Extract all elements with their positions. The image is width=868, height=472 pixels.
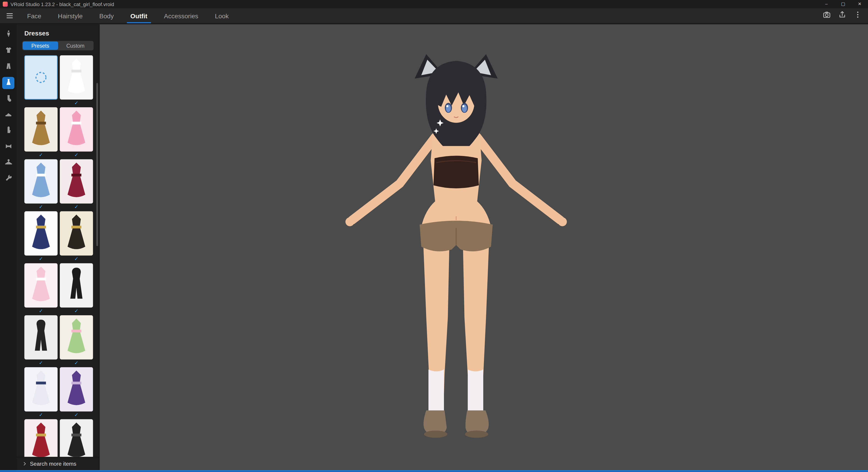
rail-item-hanger[interactable] — [2, 157, 14, 169]
checked-icon: ✓ — [74, 203, 79, 211]
preset-item: ✓ — [24, 419, 58, 457]
preset-black-gold-dress[interactable] — [60, 211, 93, 256]
preset-item: ✓ — [24, 367, 58, 419]
rail-item-mannequin[interactable] — [2, 29, 14, 41]
character-3d-model — [334, 52, 578, 439]
shoes-icon — [4, 110, 12, 120]
preset-fairy-dress[interactable] — [60, 315, 93, 360]
preset-blue-maid-dress[interactable] — [24, 159, 58, 203]
close-button[interactable]: ✕ — [851, 0, 868, 8]
gloves-icon — [4, 126, 12, 136]
preset-black-outfit[interactable] — [24, 315, 58, 360]
minimize-button[interactable]: – — [818, 0, 835, 8]
vroid-studio-window: VRoid Studio 1.23.2 - black_cat_girl_flo… — [0, 0, 868, 472]
rail-item-socks[interactable] — [2, 93, 14, 105]
export-button[interactable] — [836, 10, 848, 22]
preset-item: ✓ — [60, 367, 93, 419]
preset-gold-dress[interactable] — [24, 107, 58, 151]
custom-tab[interactable]: Custom — [58, 41, 93, 50]
3d-viewport[interactable] — [100, 24, 868, 470]
preset-item: ✓ — [60, 211, 93, 263]
preset-black-bodysuit[interactable] — [60, 263, 93, 308]
top-nav-bar: Face Hairstyle Body Outfit Accessories L… — [0, 8, 868, 24]
rail-item-bottoms[interactable] — [2, 61, 14, 73]
preset-item: ✓ — [24, 315, 58, 367]
rail-item-shoes[interactable] — [2, 109, 14, 121]
preset-red-ornate-dress[interactable] — [24, 419, 58, 457]
dresses-panel: Dresses Presets Custom ✓✓✓✓✓✓✓✓✓✓✓✓✓✓✓✓ … — [17, 24, 99, 470]
rail-item-onepiece-dress[interactable] — [2, 77, 14, 89]
bandeau-top — [434, 156, 479, 188]
rail-item-gloves[interactable] — [2, 125, 14, 137]
preset-item: ✓ — [60, 315, 93, 367]
preset-none[interactable] — [24, 55, 58, 100]
search-more-items-label: Search more items — [30, 461, 76, 467]
editor-tabs: Face Hairstyle Body Outfit Accessories L… — [19, 8, 237, 23]
preset-item: ✓ — [24, 211, 58, 263]
chevron-right-icon — [22, 461, 27, 466]
wrench-icon — [4, 174, 12, 184]
socks — [429, 369, 483, 411]
checked-icon: ✓ — [39, 203, 43, 211]
checked-icon: ✓ — [74, 360, 79, 367]
bottoms-icon — [4, 62, 12, 72]
tab-hairstyle[interactable]: Hairstyle — [50, 8, 91, 23]
preset-pale-pink-dress[interactable] — [24, 263, 58, 308]
presets-tab[interactable]: Presets — [23, 41, 58, 50]
mannequin-icon — [4, 30, 12, 40]
window-accent-bar — [0, 470, 868, 472]
rail-item-ribbon[interactable] — [2, 141, 14, 153]
preset-item: ✓ — [60, 107, 93, 159]
preset-white-navy-robe[interactable] — [24, 367, 58, 411]
onepiece-dress-icon — [4, 78, 12, 88]
checked-icon: ✓ — [74, 411, 79, 419]
preset-pink-frill-dress[interactable] — [60, 107, 93, 151]
preset-item: ✓ — [60, 419, 93, 457]
panel-title: Dresses — [17, 24, 99, 41]
preset-dark-red-gown[interactable] — [60, 159, 93, 203]
export-icon — [838, 11, 846, 21]
tab-accessories[interactable]: Accessories — [156, 8, 207, 23]
preset-item: ✓ — [24, 159, 58, 211]
camera-button[interactable] — [820, 10, 833, 22]
more-menu-button[interactable] — [851, 10, 864, 22]
rail-item-tops[interactable] — [2, 45, 14, 57]
loafers — [424, 410, 489, 438]
panel-scrollbar[interactable] — [96, 83, 98, 246]
preset-item: ✓ — [60, 55, 93, 107]
ribbon-icon — [4, 142, 12, 152]
presets-custom-switch: Presets Custom — [22, 41, 94, 50]
checked-icon: ✓ — [74, 100, 79, 107]
checked-icon: ✓ — [39, 308, 43, 315]
preset-purple-robe[interactable] — [60, 367, 93, 411]
search-more-items[interactable]: Search more items — [17, 457, 99, 470]
checked-icon: ✓ — [74, 308, 79, 315]
vroid-logo-icon — [3, 2, 8, 6]
preset-grid: ✓✓✓✓✓✓✓✓✓✓✓✓✓✓✓✓ — [24, 55, 99, 457]
checked-icon: ✓ — [74, 256, 79, 263]
preset-navy-gold-dress[interactable] — [24, 211, 58, 256]
outfit-category-rail — [0, 24, 17, 470]
preset-black-dress[interactable] — [60, 419, 93, 457]
rail-item-wrench[interactable] — [2, 173, 14, 186]
preset-item: ✓ — [60, 263, 93, 315]
hamburger-menu-button[interactable] — [0, 8, 19, 23]
left-hand — [345, 217, 354, 226]
window-controls: – ▢ ✕ — [818, 0, 868, 8]
socks-icon — [4, 94, 12, 104]
checked-icon: ✓ — [39, 411, 43, 419]
main-area: Dresses Presets Custom ✓✓✓✓✓✓✓✓✓✓✓✓✓✓✓✓ … — [0, 24, 868, 470]
shorts — [420, 221, 493, 251]
tops-icon — [4, 46, 12, 56]
tab-outfit[interactable]: Outfit — [122, 8, 156, 23]
preset-item: ✓ — [24, 263, 58, 315]
preset-white-dress[interactable] — [60, 55, 93, 100]
tab-look[interactable]: Look — [207, 8, 237, 23]
tab-body[interactable]: Body — [91, 8, 122, 23]
right-hand — [558, 217, 567, 226]
preset-grid-scroll-area[interactable]: ✓✓✓✓✓✓✓✓✓✓✓✓✓✓✓✓ — [17, 55, 99, 457]
tab-face[interactable]: Face — [19, 8, 50, 23]
maximize-button[interactable]: ▢ — [835, 0, 851, 8]
checked-icon: ✓ — [39, 256, 43, 263]
hanger-icon — [4, 158, 12, 168]
